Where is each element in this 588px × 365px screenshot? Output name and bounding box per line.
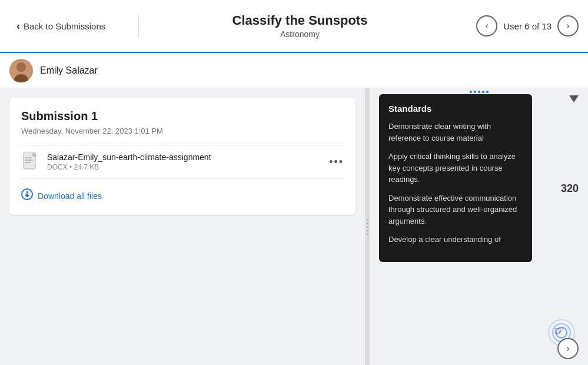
score-display: 320 — [561, 182, 579, 195]
submission-title: Submission 1 — [21, 110, 344, 123]
panel-divider[interactable] — [365, 88, 370, 365]
file-type: DOCX — [47, 163, 68, 171]
page-subtitle: Astronomy — [139, 29, 461, 39]
standards-item-3: Demonstrate effective communication thro… — [388, 193, 523, 227]
submission-card: Submission 1 Wednesday, November 22, 202… — [9, 98, 356, 215]
prev-user-button[interactable]: ‹ — [476, 15, 497, 36]
divider-handle — [367, 219, 368, 235]
file-menu-button[interactable]: ••• — [329, 156, 344, 168]
left-panel: Submission 1 Wednesday, November 22, 202… — [0, 88, 365, 365]
user-bar: Emily Salazar — [0, 53, 588, 88]
title-section: Classify the Sunspots Astronomy — [139, 13, 461, 39]
file-separator: • — [69, 163, 74, 171]
user-count: User 6 of 13 — [503, 21, 552, 31]
file-icon — [21, 152, 40, 171]
file-size: 24.7 KB — [74, 163, 99, 171]
download-label: Download all files — [38, 191, 102, 201]
svg-rect-4 — [25, 157, 32, 158]
file-meta: DOCX • 24.7 KB — [47, 163, 322, 171]
user-name: Emily Salazar — [40, 65, 98, 76]
standards-item-1: Demonstrate clear writing with reference… — [388, 121, 523, 144]
hand-icon: ☞ — [554, 324, 564, 338]
file-name: Salazar-Emily_sun-earth-climate-assignme… — [47, 152, 322, 162]
standards-item-2: Apply critical thinking skills to analyz… — [388, 151, 523, 185]
dropdown-arrow[interactable] — [569, 95, 579, 102]
standards-item-4: Develop a clear understanding of — [388, 234, 523, 245]
chevron-left-icon: ‹ — [16, 20, 20, 32]
avatar — [9, 59, 33, 82]
back-button[interactable]: ‹ Back to Submissions — [9, 15, 139, 37]
standards-tooltip: Standards Demonstrate clear writing with… — [379, 94, 532, 262]
svg-point-1 — [16, 62, 26, 72]
next-user-button[interactable]: › — [557, 15, 579, 36]
nav-section: ‹ User 6 of 13 › — [461, 15, 579, 36]
right-panel: Standards Demonstrate clear writing with… — [370, 88, 588, 365]
back-label: Back to Submissions — [24, 21, 105, 31]
file-item: Salazar-Emily_sun-earth-climate-assignme… — [21, 145, 344, 179]
download-icon — [21, 188, 33, 203]
top-bar: ‹ Back to Submissions Classify the Sunsp… — [0, 0, 588, 53]
next-page-button[interactable]: › — [557, 338, 579, 359]
download-all-button[interactable]: Download all files — [21, 188, 344, 203]
main-content: Submission 1 Wednesday, November 22, 202… — [0, 88, 588, 365]
svg-rect-5 — [25, 160, 33, 161]
standards-title: Standards — [388, 104, 523, 114]
svg-rect-6 — [25, 162, 31, 163]
page-title: Classify the Sunspots — [139, 13, 461, 28]
score-value: 320 — [561, 182, 579, 194]
file-info: Salazar-Emily_sun-earth-climate-assignme… — [47, 152, 322, 171]
submission-date: Wednesday, November 22, 2023 1:01 PM — [21, 127, 344, 135]
